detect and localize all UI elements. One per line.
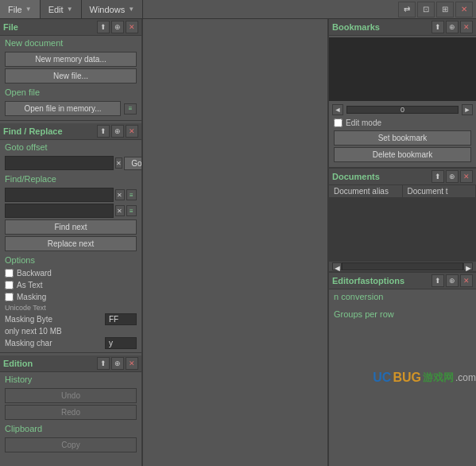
edition-float-btn[interactable]: ⊕	[111, 357, 124, 370]
goto-row: ✕ Goto	[5, 156, 137, 170]
bookmarks-panel-header: Bookmarks ⬆ ⊕ ✕	[329, 19, 476, 36]
editor-pin-btn[interactable]: ⬆	[431, 274, 444, 287]
menu-edit[interactable]: Edit ▼	[41, 0, 82, 18]
unicode-text-label: Unicode Text	[0, 303, 141, 313]
as-text-checkbox[interactable]	[5, 281, 14, 289]
far-right-panel: Bookmarks ⬆ ⊕ ✕ ◄ 0 ► Edit mode S	[329, 19, 476, 466]
masking-byte-row: Masking Byte FF	[0, 313, 141, 326]
file-section: File ⬆ ⊕ ✕ New document New memory data.…	[0, 19, 141, 118]
menu-windows[interactable]: Windows ▼	[82, 0, 144, 18]
new-memory-data-btn[interactable]: New memory data...	[5, 52, 137, 67]
set-bookmark-btn[interactable]: Set bookmark	[334, 130, 471, 146]
only-next-label: only next 10 MB	[5, 327, 137, 336]
documents-panel-header: Documents ⬆ ⊕ ✕	[329, 169, 476, 185]
find-panel-title: Find / Replace	[3, 126, 95, 136]
bookmarks-nav-row: ◄ 0 ►	[329, 103, 476, 117]
editor-float-btn[interactable]: ⊕	[446, 274, 459, 287]
open-file-stack-icon[interactable]: ≡	[124, 103, 137, 115]
copy-btn: Copy	[5, 437, 137, 452]
file-close-btn[interactable]: ✕	[126, 21, 138, 33]
as-text-row: As Text	[0, 279, 141, 291]
left-panel: File ⬆ ⊕ ✕ New document New memory data.…	[0, 19, 143, 466]
open-file-in-memory-btn[interactable]: Open file in memory...	[5, 101, 121, 116]
doc-col2-header: Document t	[403, 185, 477, 197]
replace-clear-btn[interactable]: ✕	[115, 205, 125, 216]
replace-stack-icon[interactable]: ≡	[126, 205, 137, 216]
replace-input-row: ✕ ≡	[5, 204, 137, 218]
bookmarks-nav-value: 0	[401, 106, 404, 114]
backward-checkbox[interactable]	[5, 269, 14, 278]
editor-fast-options-section: Editorfastoptions ⬆ ⊕ ✕ n conversion Gro…	[329, 273, 476, 466]
find-clear-btn[interactable]: ✕	[115, 189, 125, 200]
find-replace-label: Find/Replace	[0, 172, 141, 186]
find-close-btn[interactable]: ✕	[126, 125, 138, 138]
documents-panel-title: Documents	[332, 172, 430, 181]
bookmarks-nav-track[interactable]: 0	[346, 106, 459, 114]
new-document-label: New document	[0, 36, 141, 50]
menu-file[interactable]: File ▼	[0, 0, 41, 18]
file-float-btn[interactable]: ⊕	[111, 21, 124, 33]
find-pin-btn[interactable]: ⬆	[97, 125, 110, 138]
bookmarks-pin-btn[interactable]: ⬆	[431, 21, 444, 33]
find-next-btn[interactable]: Find next	[5, 219, 137, 235]
goto-offset-label: Goto offset	[0, 140, 141, 154]
doc-scroll-left[interactable]: ◄	[332, 262, 342, 270]
file-arrow-icon: ▼	[25, 6, 32, 13]
edition-close-btn[interactable]: ✕	[126, 357, 138, 370]
file-panel-header: File ⬆ ⊕ ✕	[0, 19, 141, 36]
find-float-btn[interactable]: ⊕	[111, 125, 124, 138]
open-file-row: Open file in memory... ≡	[0, 99, 141, 118]
bookmarks-prev-btn[interactable]: ◄	[332, 104, 343, 115]
edit-mode-checkbox[interactable]	[334, 118, 342, 127]
bookmarks-float-btn[interactable]: ⊕	[446, 21, 459, 33]
icon-restore[interactable]: ⊡	[417, 2, 435, 17]
replace-input[interactable]	[5, 204, 114, 218]
bookmarks-close-btn[interactable]: ✕	[460, 21, 473, 33]
edit-mode-label: Edit mode	[346, 118, 381, 127]
replace-next-btn[interactable]: Replace next	[5, 236, 137, 251]
file-panel-title: File	[3, 22, 95, 32]
masking-char-row: Masking char y	[0, 336, 141, 350]
documents-float-btn[interactable]: ⊕	[446, 170, 459, 183]
icon-maximize[interactable]: ⊞	[436, 2, 454, 17]
find-input[interactable]	[5, 188, 114, 202]
bookmarks-section: Bookmarks ⬆ ⊕ ✕ ◄ 0 ► Edit mode S	[329, 19, 476, 169]
masking-label: Masking	[17, 293, 46, 301]
goto-clear-btn[interactable]: ✕	[115, 157, 122, 169]
delete-bookmark-btn[interactable]: Delete bookmark	[334, 147, 471, 162]
editor-panel-title: Editorfastoptions	[332, 276, 430, 285]
windows-arrow-icon: ▼	[128, 6, 134, 13]
icon-swap[interactable]: ⇄	[398, 2, 416, 17]
main-layout: File ⬆ ⊕ ✕ New document New memory data.…	[0, 19, 476, 466]
masking-char-label: Masking char	[5, 339, 99, 348]
find-stack-icon[interactable]: ≡	[126, 189, 137, 200]
bookmarks-preview	[329, 37, 476, 101]
goto-btn[interactable]: Goto	[124, 157, 143, 170]
center-hex-view[interactable]	[143, 19, 329, 466]
documents-pin-btn[interactable]: ⬆	[431, 170, 444, 183]
doc-scroll-track[interactable]	[342, 262, 463, 270]
documents-table-body	[329, 198, 476, 262]
edition-panel-header: Edition ⬆ ⊕ ✕	[0, 355, 141, 372]
new-file-btn[interactable]: New file...	[5, 68, 137, 83]
documents-scrollbar[interactable]: ◄ ►	[329, 262, 476, 271]
menu-bar: File ▼ Edit ▼ Windows ▼ ⇄ ⊡ ⊞ ✕	[0, 0, 476, 19]
history-label: History	[0, 372, 141, 386]
editor-close-btn[interactable]: ✕	[460, 274, 473, 287]
edition-panel-title: Edition	[3, 359, 95, 368]
open-file-label: Open file	[0, 85, 141, 99]
bookmarks-next-btn[interactable]: ►	[462, 104, 473, 115]
edition-pin-btn[interactable]: ⬆	[97, 357, 110, 370]
only-next-row: only next 10 MB	[0, 326, 141, 336]
find-input-row: ✕ ≡	[5, 188, 137, 202]
masking-byte-value: FF	[105, 313, 137, 325]
editor-body: UC BUG 游戏网 .com	[329, 321, 476, 385]
file-pin-btn[interactable]: ⬆	[97, 21, 110, 33]
doc-scroll-right[interactable]: ►	[463, 262, 473, 270]
documents-close-btn[interactable]: ✕	[460, 170, 473, 183]
watermark: UC BUG 游戏网 .com	[373, 371, 476, 385]
icon-close[interactable]: ✕	[455, 2, 473, 17]
masking-checkbox[interactable]	[5, 293, 14, 301]
goto-input[interactable]	[5, 156, 114, 170]
doc-col1-header: Document alias	[329, 185, 403, 197]
